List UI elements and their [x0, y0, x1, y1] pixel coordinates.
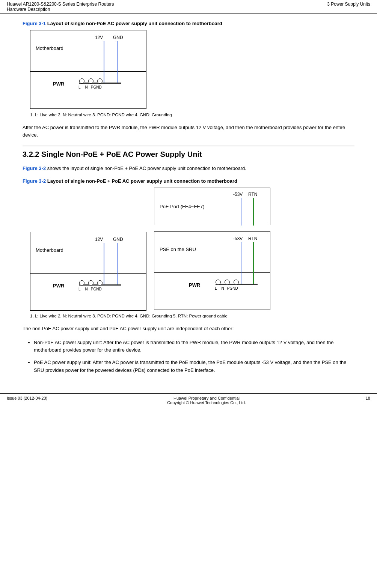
- fig2-poe-port-label: PoE Port (FE4~FE7): [160, 204, 205, 209]
- fig2-right-top-neg53v: -53V: [233, 192, 243, 197]
- fig2-left-circles: [79, 280, 103, 286]
- para1: After the AC power is transmitted to the…: [23, 124, 354, 139]
- fig2-rb-circle-n: [225, 280, 230, 285]
- fig2-left-bottom: PWR L N PGND: [30, 274, 146, 311]
- fig2-right-top-rtn-line: [253, 198, 254, 226]
- fig1-legend: 1. L: Live wire 2. N: Neutral wire 3. PG…: [30, 113, 354, 117]
- fig2-left-circle-l: [79, 280, 84, 286]
- page-header: Huawei AR1200-S&2200-S Series Enterprise…: [0, 0, 377, 14]
- fig1-12v-line-bot: [104, 72, 104, 83]
- fig2-intro-text: shows the layout of single non-PoE + PoE…: [46, 165, 246, 171]
- page-content: Figure 3-1 Layout of single non-PoE AC p…: [0, 14, 377, 386]
- fig2-left-diagram: 12V GND Motherboard PWR: [30, 232, 146, 311]
- fig2-left-wrapper: 12V GND Motherboard PWR: [23, 232, 146, 311]
- fig1-diagram: 12V GND Motherboard PWR: [30, 30, 146, 109]
- fig1-label-12v: 12V: [95, 35, 103, 40]
- bullet-1-text: Non-PoE AC power supply unit: After the …: [34, 340, 333, 353]
- fig2-rb-conn-labels: L N PGND: [215, 286, 238, 290]
- fig2-legend: 1. L: Live wire 2. N: Neutral wire 3. PG…: [30, 314, 354, 318]
- bullet-item-2: PoE AC power supply unit: After the AC p…: [34, 359, 354, 374]
- header-right: 3 Power Supply Units: [327, 2, 370, 12]
- fig2-ref: Figure 3-2: [23, 178, 46, 184]
- fig1-label-pwr: PWR: [53, 81, 64, 87]
- fig1-circles: [79, 78, 103, 84]
- fig2-diagram-area: 12V GND Motherboard PWR: [23, 188, 354, 311]
- section-322-heading: 3.2.2 Single Non-PoE + PoE AC Power Supp…: [23, 146, 354, 159]
- fig2-rb-neg53v: -53V: [233, 236, 243, 241]
- fig2-rb-label-n: N: [222, 286, 224, 290]
- fig1-ref: Figure 3-1: [23, 21, 46, 26]
- fig2-left-gnd-bot: [117, 274, 118, 285]
- fig2-right-wrapper: -53V RTN PoE Port (FE4~FE7) -53V RTN PSE…: [154, 188, 270, 311]
- bullet-2-text: PoE AC power supply unit: After the AC p…: [34, 359, 347, 373]
- fig2-right-top-rtn: RTN: [248, 192, 257, 197]
- header-product: Huawei AR1200-S&2200-S Series Enterprise…: [7, 2, 114, 7]
- fig1-caption-text: Layout of single non-PoE AC power supply…: [46, 21, 222, 26]
- fig2-rb-label-l: L: [215, 286, 217, 290]
- fig2-rb-rtn-bot-line: [253, 273, 254, 284]
- fig1-label-motherboard: Motherboard: [36, 45, 63, 51]
- header-doc-type: Hardware Description: [7, 7, 114, 12]
- fig2-pse-label: PSE on the SRU: [160, 247, 196, 252]
- fig2-rb-rtn-line: [253, 242, 254, 273]
- fig1-12v-line: [104, 41, 104, 72]
- fig1-caption: Figure 3-1 Layout of single non-PoE AC p…: [23, 21, 354, 26]
- bullet-item-1: Non-PoE AC power supply unit: After the …: [34, 339, 354, 355]
- fig2-caption-text: Layout of single non-PoE + PoE AC power …: [46, 178, 237, 184]
- fig2-right-bottom-top: -53V RTN PSE on the SRU: [154, 232, 270, 273]
- fig2-rb-label-pgnd: PGND: [227, 286, 238, 290]
- fig2-left-gnd-line: [117, 243, 118, 274]
- fig2-rb-neg53-bot-line: [241, 273, 241, 284]
- fig2-rb-pwr-label: PWR: [189, 282, 200, 288]
- fig2-right-top-box: -53V RTN PoE Port (FE4~FE7): [154, 188, 270, 225]
- fig2-label-gnd: GND: [113, 237, 123, 242]
- fig2-left-top: 12V GND Motherboard: [30, 232, 146, 274]
- fig2-left-12v-line: [104, 243, 104, 274]
- fig1-circle-n: [88, 78, 93, 84]
- fig2-left-label-l: L: [78, 287, 81, 291]
- fig1-gnd-line-bot: [117, 72, 118, 83]
- fig1-circle-pgnd: [97, 78, 103, 84]
- fig2-left-label-n: N: [85, 287, 88, 291]
- fig2-left-conn-labels: L N PGND: [78, 287, 102, 291]
- fig1-circle-l: [79, 78, 84, 84]
- fig2-left-label-pwr: PWR: [53, 283, 64, 289]
- footer-center-line1: Huawei Proprietary and Confidential: [47, 396, 366, 400]
- fig1-label-n: N: [85, 85, 88, 89]
- fig1-diagram-container: 12V GND Motherboard PWR: [23, 30, 354, 109]
- fig2-right-bottom-diagram: -53V RTN PSE on the SRU PWR: [154, 231, 270, 310]
- fig2-label-motherboard: Motherboard: [36, 247, 63, 253]
- footer-center: Huawei Proprietary and Confidential Copy…: [47, 396, 366, 405]
- footer-left: Issue 03 (2012-04-20): [7, 396, 47, 405]
- fig2-rb-neg53-line: [241, 242, 241, 273]
- fig1-top-section: 12V GND Motherboard: [30, 30, 146, 72]
- fig2-rb-circles: [216, 280, 239, 285]
- fig2-intro-ref: Figure 3-2: [23, 165, 46, 171]
- fig1-label-gnd: GND: [113, 35, 123, 40]
- fig2-intro-para: Figure 3-2 shows the layout of single no…: [23, 165, 354, 172]
- fig1-label-pgnd: PGND: [91, 85, 102, 89]
- fig2-right-bottom-bot: PWR L N PGND: [154, 273, 270, 310]
- fig2-caption: Figure 3-2 Layout of single non-PoE + Po…: [23, 178, 354, 184]
- fig2-rb-circle-l: [216, 280, 221, 285]
- fig2-left-circle-n: [88, 280, 93, 286]
- fig1-label-l: L: [78, 85, 81, 89]
- fig2-left-circle-pgnd: [97, 280, 103, 286]
- bullet-list: Non-PoE AC power supply unit: After the …: [34, 339, 354, 374]
- footer-center-line2: Copyright © Huawei Technologies Co., Ltd…: [47, 400, 366, 405]
- fig1-gnd-line: [117, 41, 118, 72]
- fig2-rb-circle-pgnd: [234, 280, 239, 285]
- para2: The non-PoE AC power supply unit and PoE…: [23, 325, 354, 332]
- fig2-right-top-neg53-line: [241, 198, 241, 226]
- fig2-left-12v-bot: [104, 274, 104, 285]
- fig1-bottom-section: PWR L N PGND: [30, 72, 146, 109]
- fig2-rb-rtn: RTN: [248, 236, 257, 241]
- fig2-label-12v: 12V: [95, 237, 103, 242]
- fig2-left-label-pgnd: PGND: [91, 287, 102, 291]
- fig1-connector-labels: L N PGND: [78, 85, 102, 89]
- header-left: Huawei AR1200-S&2200-S Series Enterprise…: [7, 2, 114, 12]
- footer-right: 18: [366, 396, 370, 405]
- page-footer: Issue 03 (2012-04-20) Huawei Proprietary…: [0, 393, 377, 407]
